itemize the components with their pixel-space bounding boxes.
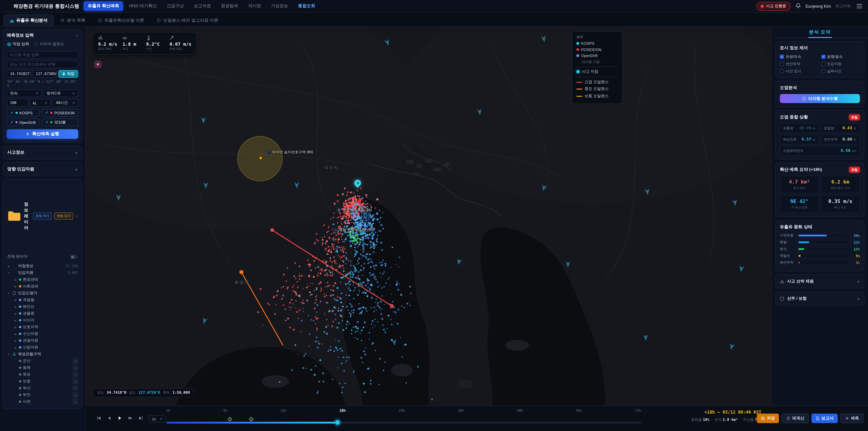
layer-tree-parent[interactable]: ▼ 민감도평가 (4, 290, 81, 297)
display-option-checkbox[interactable]: ✓ 시간 표시 (780, 69, 818, 74)
nav-item[interactable]: 긴급구난 (162, 1, 188, 11)
display-option-checkbox[interactable]: ✓ 날짜시간 (821, 69, 860, 74)
spill-type-select[interactable]: 연속▼ (7, 90, 41, 97)
layer-tree-child[interactable]: ▶ 해안선 (4, 303, 81, 310)
layer-tree-child[interactable]: 부산 (4, 385, 81, 392)
model-chip[interactable]: ✓ OpenDrift (7, 118, 40, 126)
layer-list-icon[interactable] (73, 365, 78, 370)
menu-icon[interactable] (855, 3, 864, 10)
layer-tree-child[interactable]: ▶ 산업자원 (4, 344, 81, 351)
layer-list-icon[interactable] (73, 359, 78, 363)
layer-tree-child[interactable]: ▶ 보호지역 (4, 324, 81, 331)
collapsed-section[interactable]: 사고정보 ▶ (3, 146, 82, 160)
map-canvas[interactable]: 여자만 습지보호구역 (6h) 여수시 웅포해수욕장 (1h) 목동 전략 양식… (86, 27, 771, 405)
expander-icon[interactable]: ▼ (7, 353, 10, 356)
layer-tree-child[interactable]: ▶ 생물종 (4, 310, 81, 317)
tab[interactable]: 유출유 확산분석 (4, 14, 53, 26)
model-chip[interactable]: ✓ POSEIDON (42, 109, 78, 117)
notifications-bell-icon[interactable] (795, 3, 801, 9)
step-back-button[interactable] (106, 415, 113, 422)
play-button[interactable] (116, 415, 123, 422)
layer-tree-child[interactable]: ▶ 계절별 (4, 297, 81, 303)
polygon-analysis-button[interactable]: 다각형 분석수행 (780, 94, 860, 103)
display-option-checkbox[interactable]: ✓ 유량/유속 (780, 54, 818, 59)
prediction-input-header[interactable]: 예측정보 입력 ▼ (3, 30, 82, 41)
display-option-checkbox[interactable]: ✓ 연안부착 (780, 61, 818, 66)
skip-end-button[interactable] (137, 415, 144, 422)
layer-tree-child[interactable]: ▶ 환경생태 (4, 276, 81, 283)
expander-icon[interactable]: ▶ (7, 265, 10, 268)
predict-button[interactable]: 예측 (840, 413, 864, 423)
latitude-input[interactable]: 34.741827129 (7, 70, 31, 78)
layer-tree-child[interactable]: 보령 (4, 378, 81, 385)
duration-select[interactable]: 48시간▼ (53, 99, 78, 107)
layers-all-on-button[interactable]: 전체 켜기 (33, 212, 52, 220)
layer-list-icon[interactable] (73, 379, 78, 384)
fence-endpoint[interactable] (270, 228, 274, 232)
model-chip[interactable]: ✓ KOSPS (7, 109, 40, 117)
incident-name-input[interactable]: 사고명 직접 입력 (7, 51, 78, 59)
tab[interactable]: 오일펜스 배치 알고리즘 이론 (151, 14, 224, 26)
map-marker-tool-button[interactable] (94, 61, 101, 68)
layer-list-icon[interactable] (73, 386, 78, 391)
fence-endpoint[interactable] (390, 304, 394, 308)
slick-circle-marker[interactable] (361, 212, 371, 221)
timeline-track[interactable] (166, 422, 641, 423)
unit-select[interactable]: kL▼ (30, 99, 51, 107)
layer-tree-child[interactable]: ▶ 수산자원 (4, 331, 81, 337)
layer-tree-child[interactable]: 동해 (4, 364, 81, 371)
all-layers-toggle[interactable] (70, 254, 78, 259)
nav-item[interactable]: 게시판 (244, 1, 265, 11)
layer-tree-child[interactable]: ▶ 관광자원 (4, 337, 81, 344)
layer-tree-parent[interactable]: ▼ 해경관할구역 (4, 351, 81, 358)
skip-start-button[interactable] (95, 415, 102, 422)
layer-tree-child[interactable]: ▶ 사회경제 (4, 283, 81, 290)
timeline-handle[interactable] (335, 420, 340, 425)
save-button[interactable]: 저장 (757, 413, 779, 423)
longitude-input[interactable]: 127.67385699 (33, 70, 57, 78)
tab[interactable]: 분석 목록 (55, 14, 91, 26)
layer-tree-child[interactable]: ▶ 서식지 (4, 317, 81, 324)
layers-header[interactable]: 정보 레이어 전체 켜기 전체 끄기 ▼ (3, 180, 82, 253)
analysis-summary-tab[interactable]: 분석 요약 (772, 27, 868, 38)
incident-list-select[interactable]: 또는 사고 리스트에서 선택 (7, 61, 78, 68)
layer-tree-parent[interactable]: ▼ 민감자원 3,947 (4, 269, 81, 276)
oil-type-select[interactable]: 벙커C유▼ (43, 90, 78, 97)
layer-tree-child[interactable]: 부안 (4, 392, 81, 398)
radio-image-upload[interactable]: 이미지 업로드 (35, 41, 64, 47)
layer-tree-child[interactable]: 군산 (4, 358, 81, 364)
report-button[interactable]: 보고서 (811, 413, 838, 423)
display-option-checkbox[interactable]: ✓ 풍향/풍속 (821, 54, 860, 59)
nav-item[interactable]: 보고자료 (190, 1, 215, 11)
layer-list-icon[interactable] (73, 372, 78, 377)
logout-link[interactable]: 로그아웃 (835, 3, 851, 9)
collapsed-section[interactable]: 영향 민감자원 ▶ (3, 162, 82, 176)
layer-tree-child[interactable]: 목포 (4, 371, 81, 378)
radio-direct-input[interactable]: 직접 입력 (7, 41, 29, 47)
display-option-checkbox[interactable]: ✓ 민감자원 (821, 61, 860, 66)
emergency-oil-fence[interactable] (272, 230, 392, 306)
nav-item[interactable]: 항공탐색 (217, 1, 242, 11)
nav-item[interactable]: 유출유 확산예측 (84, 1, 123, 11)
nav-item[interactable]: 통합조회 (294, 1, 319, 11)
layer-list-icon[interactable] (73, 399, 78, 404)
run-prediction-button[interactable]: 확산예측 실행 (7, 129, 78, 139)
tab[interactable]: 유출유확산모델 이론 (92, 14, 150, 26)
layers-all-off-button[interactable]: 전체 끄기 (54, 212, 73, 220)
nav-item[interactable]: HNS·대기확산 (125, 1, 161, 11)
nav-item[interactable]: 기상정보 (267, 1, 292, 11)
protected-area-marker[interactable] (259, 156, 262, 160)
fast-forward-button[interactable] (127, 415, 133, 422)
model-chip[interactable]: ✓ 양상불 (42, 118, 78, 126)
vessel-spec-section[interactable]: 사고 선박 제원 ▶ (775, 274, 864, 288)
map-pick-button[interactable]: 지도 (58, 70, 78, 78)
fence-deploy-marker[interactable] (249, 417, 253, 421)
fence-endpoint[interactable] (239, 270, 243, 274)
fence-deploy-marker[interactable] (227, 417, 232, 421)
layer-tree-child[interactable]: 사천 (4, 398, 81, 405)
recalculate-button[interactable]: 재계산 (782, 413, 809, 423)
layer-list-icon[interactable] (73, 392, 78, 397)
owner-insurance-section[interactable]: 선주 / 보험 ▶ (775, 291, 864, 306)
layer-tree-parent[interactable]: ▶ 어장정보 17,129 (4, 263, 81, 269)
expander-icon[interactable]: ▼ (7, 292, 10, 295)
